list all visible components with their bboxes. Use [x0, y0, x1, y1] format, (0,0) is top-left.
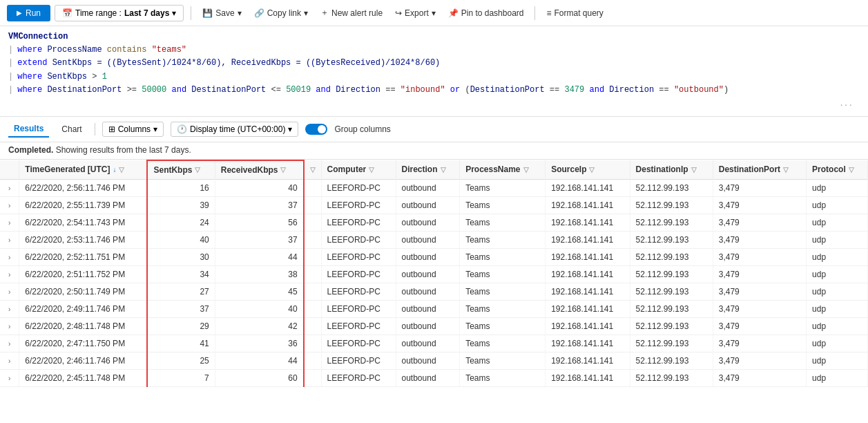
new-alert-button[interactable]: ＋ New alert rule [316, 4, 387, 21]
expand-icon[interactable]: › [6, 202, 13, 209]
query-and-3: and [589, 84, 604, 97]
format-query-button[interactable]: ≡ Format query [542, 6, 607, 21]
filter-icon-destport[interactable]: ▽ [783, 166, 789, 173]
th-timegenerated[interactable]: TimeGenerated [UTC] ↓ ▽ [19, 160, 148, 180]
query-op-gte: >= [127, 84, 137, 97]
td-destinationip: 52.112.99.193 [630, 248, 713, 265]
save-button[interactable]: 💾 Save ▾ [198, 6, 245, 21]
td-protocol: udp [807, 231, 868, 248]
td-sentkbps: 40 [147, 231, 215, 248]
table-row: › 6/22/2020, 2:51:11.752 PM 34 38 LEEFOR… [0, 265, 868, 283]
td-protocol: udp [807, 317, 868, 335]
chevron-down-icon: ▾ [172, 8, 176, 18]
th-destinationport-label: DestinationPort [719, 164, 780, 174]
filter-icon-extra[interactable]: ▽ [310, 166, 316, 173]
expand-cell[interactable]: › [0, 335, 19, 352]
group-columns-label: Group columns [334, 124, 390, 134]
columns-button[interactable]: ⊞ Columns ▾ [102, 122, 164, 137]
status-bar: Completed. Showing results from the last… [0, 142, 868, 159]
run-button[interactable]: ▶ Run [7, 5, 50, 21]
expand-cell[interactable]: › [0, 300, 19, 317]
expand-cell[interactable]: › [0, 231, 19, 248]
td-receivedkbps: 60 [215, 369, 303, 386]
th-processname[interactable]: ProcessName ▽ [460, 160, 546, 180]
th-destinationip[interactable]: DestinationIp ▽ [630, 160, 713, 180]
filter-icon-time[interactable]: ▽ [119, 166, 124, 173]
td-destinationip: 52.112.99.193 [630, 179, 713, 196]
chevron-down-icon-time: ▾ [288, 124, 292, 134]
td-sourceip: 192.168.141.141 [546, 248, 630, 265]
export-button[interactable]: ↪ Export ▾ [391, 6, 440, 21]
expand-cell[interactable]: › [0, 179, 19, 196]
th-destinationport[interactable]: DestinationPort ▽ [713, 160, 806, 180]
expand-icon[interactable]: › [6, 236, 13, 244]
filter-icon-process[interactable]: ▽ [523, 166, 529, 173]
expand-cell[interactable]: › [0, 352, 19, 369]
th-direction[interactable]: Direction ▽ [396, 160, 460, 180]
td-receivedkbps: 36 [215, 335, 303, 352]
td-empty [304, 352, 322, 369]
filter-icon-sourceip[interactable]: ▽ [589, 166, 595, 173]
format-icon: ≡ [546, 8, 551, 18]
td-sourceip: 192.168.141.141 [546, 283, 630, 300]
expand-icon[interactable]: › [6, 340, 13, 348]
tab-results[interactable]: Results [8, 121, 49, 138]
td-protocol: udp [807, 196, 868, 214]
expand-icon[interactable]: › [6, 357, 13, 365]
th-sentkbps[interactable]: SentKbps ▽ [147, 160, 215, 180]
th-sourceip[interactable]: SourceIp ▽ [546, 160, 630, 180]
group-columns-toggle[interactable] [305, 124, 327, 135]
time-range-value: Last 7 days [124, 8, 169, 18]
td-empty [304, 369, 322, 386]
expand-icon[interactable]: › [6, 185, 13, 192]
td-sourceip: 192.168.141.141 [546, 352, 630, 369]
query-field-direction-2: Direction [609, 84, 654, 97]
table-row: › 6/22/2020, 2:54:11.743 PM 24 56 LEEFOR… [0, 214, 868, 231]
th-protocol[interactable]: Protocol ▽ [807, 160, 868, 180]
filter-icon-direction[interactable]: ▽ [441, 166, 446, 173]
tab-chart[interactable]: Chart [56, 122, 87, 137]
expand-icon[interactable]: › [6, 306, 13, 313]
table-row: › 6/22/2020, 2:52:11.751 PM 30 44 LEEFOR… [0, 248, 868, 265]
th-extra-filter[interactable]: ▽ [304, 160, 322, 180]
columns-icon: ⊞ [108, 124, 115, 134]
expand-icon[interactable]: › [6, 375, 13, 382]
copy-link-button[interactable]: 🔗 Copy link ▾ [250, 6, 312, 21]
expand-cell[interactable]: › [0, 265, 19, 283]
filter-icon-sent[interactable]: ▽ [195, 166, 200, 173]
expand-icon[interactable]: › [6, 323, 13, 330]
expand-cell[interactable]: › [0, 214, 19, 231]
run-label: Run [26, 8, 41, 18]
th-receivedkbps[interactable]: ReceivedKbps ▽ [215, 160, 303, 180]
pipe-4: | [8, 84, 13, 97]
calendar-icon: 📅 [62, 8, 73, 18]
plus-icon: ＋ [320, 7, 329, 19]
chevron-down-icon-copy: ▾ [304, 8, 308, 18]
display-time-button[interactable]: 🕐 Display time (UTC+00:00) ▾ [171, 122, 298, 137]
expand-icon[interactable]: › [6, 271, 13, 279]
td-receivedkbps: 42 [215, 317, 303, 335]
th-timegenerated-label: TimeGenerated [UTC] [25, 164, 110, 174]
pin-to-dashboard-button[interactable]: 📌 Pin to dashboard [444, 6, 528, 21]
th-computer[interactable]: Computer ▽ [321, 160, 396, 180]
chevron-down-icon-columns: ▾ [153, 124, 157, 134]
expand-icon[interactable]: › [6, 254, 13, 261]
expand-icon[interactable]: › [6, 288, 13, 296]
expand-cell[interactable]: › [0, 196, 19, 214]
filter-icon-received[interactable]: ▽ [280, 166, 286, 173]
filter-icon-destip[interactable]: ▽ [691, 166, 697, 173]
expand-cell[interactable]: › [0, 283, 19, 300]
td-destinationport: 3,479 [713, 265, 806, 283]
expand-cell[interactable]: › [0, 248, 19, 265]
expand-icon[interactable]: › [6, 219, 13, 227]
query-and-2: and [316, 84, 331, 97]
link-icon: 🔗 [254, 8, 264, 18]
filter-icon-protocol[interactable]: ▽ [849, 166, 854, 173]
query-line-4: | where SentKbps > 1 [8, 70, 860, 84]
time-range-button[interactable]: 📅 Time range : Last 7 days ▾ [55, 5, 184, 21]
filter-icon-computer[interactable]: ▽ [369, 166, 374, 173]
query-editor[interactable]: VMConnection | where ProcessName contain… [0, 26, 868, 117]
expand-cell[interactable]: › [0, 317, 19, 335]
td-sourceip: 192.168.141.141 [546, 317, 630, 335]
expand-cell[interactable]: › [0, 369, 19, 386]
